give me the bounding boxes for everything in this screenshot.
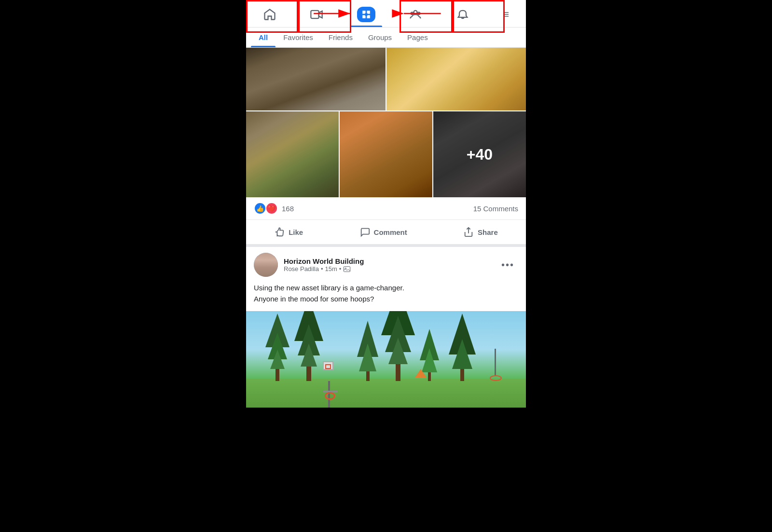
nav-notifications[interactable] xyxy=(449,5,476,24)
post-image-gold[interactable] xyxy=(386,48,526,110)
nav-menu[interactable]: ≡ xyxy=(496,5,516,24)
nav-home[interactable] xyxy=(256,5,283,24)
hamburger-icon: ≡ xyxy=(503,8,509,21)
tree-4 xyxy=(381,311,415,381)
horizon-world-image[interactable] xyxy=(246,311,526,408)
tree-2 xyxy=(294,311,323,381)
post2-body-line2: Anyone in the mood for some hoops? xyxy=(254,295,374,303)
nav-video[interactable] xyxy=(303,5,330,24)
reaction-icons: 👍 ❤️ 168 xyxy=(254,202,294,215)
post2-options[interactable]: ••• xyxy=(497,258,518,273)
plus-overlay: +40 xyxy=(433,111,526,197)
comments-count[interactable]: 15 Comments xyxy=(473,205,518,213)
tab-friends[interactable]: Friends xyxy=(321,27,360,47)
like-emoji: 👍 xyxy=(256,205,264,212)
ground xyxy=(246,379,526,408)
basketball-hoop-right xyxy=(488,349,502,381)
svg-point-9 xyxy=(365,13,368,16)
tree-6 xyxy=(449,314,476,381)
comment-label: Comment xyxy=(374,228,407,236)
three-dots-icon[interactable]: ••• xyxy=(497,258,518,273)
love-emoji: ❤️ xyxy=(268,205,276,212)
tree-3 xyxy=(357,321,378,381)
like-label: Like xyxy=(289,228,303,236)
post2-body-line1: Using the new asset library is a game-ch… xyxy=(254,284,404,292)
post-image-wine[interactable] xyxy=(246,48,386,110)
post2-author[interactable]: Rose Padilla xyxy=(284,265,319,273)
action-buttons: Like Comment Share xyxy=(246,220,526,247)
post-image-meats[interactable]: +40 xyxy=(432,111,526,197)
post2-avatar[interactable] xyxy=(254,253,278,277)
nav-groups[interactable] xyxy=(402,5,429,24)
tab-groups[interactable]: Groups xyxy=(360,27,400,47)
post2-header: Horizon World Building Rose Padilla • 15… xyxy=(246,247,526,281)
tab-pages[interactable]: Pages xyxy=(400,27,436,47)
tab-all[interactable]: All xyxy=(251,27,276,47)
post-image-seafood2[interactable] xyxy=(339,111,432,197)
svg-point-12 xyxy=(418,12,420,14)
post2-meta: Horizon World Building Rose Padilla • 15… xyxy=(284,257,364,273)
reaction-count: 168 xyxy=(282,205,294,213)
post2-group-name[interactable]: Horizon World Building xyxy=(284,257,364,265)
top-nav: ≡ xyxy=(246,0,526,27)
comment-button[interactable]: Comment xyxy=(350,222,417,242)
like-button[interactable]: Like xyxy=(264,222,313,242)
post2-time: 15m xyxy=(325,265,337,273)
phone-frame: ≡ All Favorites Friends Groups Pages xyxy=(246,0,526,408)
nav-icons-container: ≡ xyxy=(246,0,526,27)
svg-rect-4 xyxy=(311,11,319,18)
plus-count: +40 xyxy=(467,146,493,164)
post2-body: Using the new asset library is a game-ch… xyxy=(246,281,526,311)
svg-point-11 xyxy=(411,12,414,14)
post2-card: Horizon World Building Rose Padilla • 15… xyxy=(246,247,526,408)
like-bubble: 👍 xyxy=(254,202,266,215)
post2-author-line: Rose Padilla • 15m • xyxy=(284,265,364,273)
reactions-row: 👍 ❤️ 168 15 Comments xyxy=(246,197,526,220)
svg-point-10 xyxy=(414,11,417,14)
share-label: Share xyxy=(478,228,498,236)
tree-1 xyxy=(265,314,290,381)
photo-icon xyxy=(343,265,351,273)
filter-tabs: All Favorites Friends Groups Pages xyxy=(246,27,526,48)
tab-favorites[interactable]: Favorites xyxy=(276,27,321,47)
post-image-seafood1[interactable] xyxy=(246,111,339,197)
tent xyxy=(415,369,427,378)
nav-feed[interactable] xyxy=(350,4,382,25)
post1-images: +40 xyxy=(246,48,526,197)
love-bubble: ❤️ xyxy=(265,202,278,215)
share-button[interactable]: Share xyxy=(454,222,508,242)
